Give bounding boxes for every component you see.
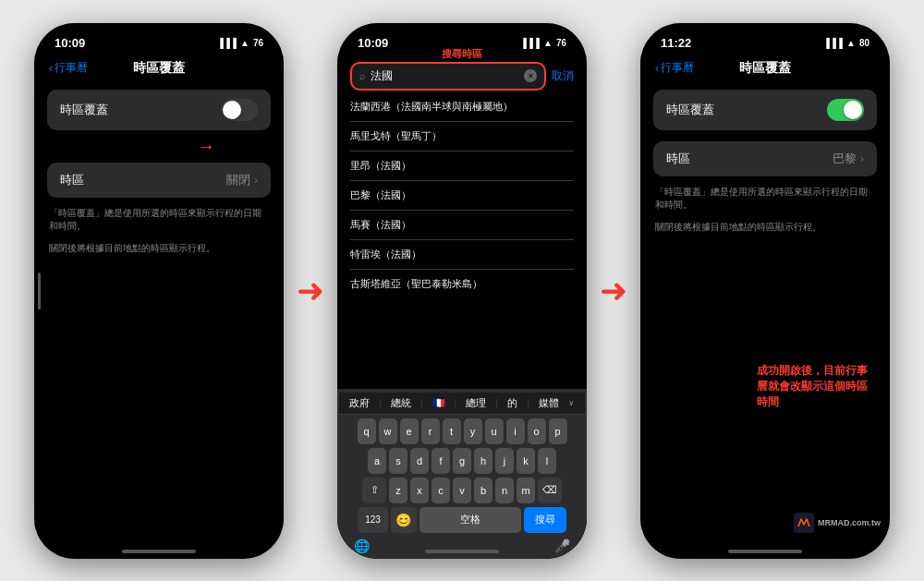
key-b[interactable]: b bbox=[474, 478, 492, 503]
timezone-override-section-3: 時區覆蓋 bbox=[653, 90, 877, 130]
desc-3-1: 「時區覆蓋」總是使用所選的時區來顯示行程的日期和時間。 bbox=[640, 182, 890, 217]
key-l[interactable]: l bbox=[538, 448, 556, 474]
key-q[interactable]: q bbox=[358, 418, 376, 444]
key-123[interactable]: 123 bbox=[358, 507, 388, 533]
key-z[interactable]: z bbox=[389, 478, 407, 503]
toggle-row-3[interactable]: 時區覆蓋 bbox=[653, 90, 877, 130]
back-chevron-1: ‹ bbox=[49, 62, 53, 75]
back-chevron-3: ‹ bbox=[655, 62, 659, 75]
result-item-2-1[interactable]: 馬里戈特（聖馬丁） bbox=[350, 122, 574, 151]
timezone-override-section-1: 時區覆蓋 bbox=[47, 90, 271, 130]
chevron-icon-1: › bbox=[254, 173, 258, 187]
key-h[interactable]: h bbox=[474, 448, 492, 474]
key-x[interactable]: x bbox=[410, 478, 429, 503]
time-2: 10:09 bbox=[358, 36, 388, 50]
annotation-text-3: 成功開啟後，目前行事曆就會改顯示這個時區時間 bbox=[757, 365, 868, 408]
search-clear-2[interactable]: ✕ bbox=[524, 69, 537, 82]
key-j[interactable]: j bbox=[495, 448, 514, 474]
key-t[interactable]: t bbox=[443, 418, 461, 444]
branding-3: MRMAD.com.tw bbox=[794, 513, 881, 533]
key-g[interactable]: g bbox=[453, 448, 471, 474]
key-shift[interactable]: ⇧ bbox=[362, 478, 386, 503]
toggle-switch-3[interactable] bbox=[827, 99, 864, 121]
battery-icon-2: 76 bbox=[556, 38, 566, 48]
key-w[interactable]: w bbox=[379, 418, 397, 444]
key-d[interactable]: d bbox=[410, 448, 429, 474]
signal-icon-3: ▐▐▐ bbox=[823, 38, 843, 48]
desc-text-3-2: 關閉後將根據目前地點的時區顯示行程。 bbox=[655, 222, 821, 232]
desc-text-1: 「時區覆蓋」總是使用所選的時區來顯示行程的日期和時間。 bbox=[49, 208, 261, 231]
key-space[interactable]: 空格 bbox=[419, 507, 521, 533]
key-row-2: a s d f g h j k l bbox=[339, 448, 585, 474]
suggestion-0[interactable]: 政府 bbox=[349, 396, 370, 410]
key-f[interactable]: f bbox=[432, 448, 450, 474]
brand-logo-svg bbox=[796, 515, 811, 530]
wifi-icon-2: ▲ bbox=[543, 38, 553, 48]
toggle-label-1: 時區覆蓋 bbox=[60, 102, 108, 118]
result-item-2-6[interactable]: 古斯塔維亞（聖巴泰勒米島） bbox=[350, 270, 574, 298]
status-icons-1: ▐▐▐ ▲ 76 bbox=[217, 38, 263, 48]
timezone-value-wrapper-3: 巴黎 › bbox=[833, 151, 864, 167]
timezone-section-3: 時區 巴黎 › bbox=[653, 141, 877, 176]
nav-title-3: 時區覆蓋 bbox=[739, 60, 791, 77]
key-search-btn[interactable]: 搜尋 bbox=[524, 507, 566, 533]
nav-back-3[interactable]: ‹ 行事曆 bbox=[655, 60, 694, 76]
key-a[interactable]: a bbox=[368, 448, 386, 474]
search-label-annotation: 搜尋時區 bbox=[442, 47, 482, 61]
key-globe[interactable]: 🌐 bbox=[354, 539, 370, 553]
key-delete[interactable]: ⌫ bbox=[538, 478, 562, 503]
toggle-switch-1[interactable] bbox=[221, 99, 258, 121]
key-k[interactable]: k bbox=[517, 448, 535, 474]
key-p[interactable]: p bbox=[549, 418, 567, 444]
key-r[interactable]: r bbox=[421, 418, 440, 444]
nav-back-1[interactable]: ‹ 行事曆 bbox=[49, 60, 88, 76]
signal-icon-1: ▐▐▐ bbox=[217, 38, 237, 48]
suggestion-3[interactable]: 總理 bbox=[466, 396, 486, 410]
timezone-row-1[interactable]: 時區 關閉 › bbox=[47, 163, 271, 198]
key-m[interactable]: m bbox=[517, 478, 535, 503]
desc-1: 「時區覆蓋」總是使用所選的時區來顯示行程的日期和時間。 bbox=[34, 203, 284, 238]
home-indicator-1 bbox=[122, 550, 196, 553]
key-e[interactable]: e bbox=[400, 418, 419, 444]
phone-1-screen: 10:09 ▐▐▐ ▲ 76 ‹ 行事曆 時區覆蓋 時區覆蓋 bbox=[34, 23, 284, 559]
toggle-knob-3 bbox=[844, 101, 862, 119]
search-input-box-2[interactable]: ⌕ 法國 ✕ bbox=[350, 62, 546, 91]
arrow-icon-1-2: ➜ bbox=[297, 272, 324, 310]
brand-logo-3 bbox=[794, 513, 814, 533]
toggle-knob-1 bbox=[223, 101, 241, 119]
suggestion-4[interactable]: 的 bbox=[507, 396, 517, 410]
arrow-icon-2-3: ➜ bbox=[600, 272, 627, 310]
result-item-2-4[interactable]: 馬賽（法國） bbox=[350, 211, 574, 240]
brand-text-3: MRMAD.com.tw bbox=[818, 518, 881, 527]
desc-text-2: 關閉後將根據目前地點的時區顯示行程。 bbox=[49, 243, 215, 253]
keyboard-suggestions-2: 政府 | 總統 | 🇫🇷 | 總理 | 的 | 媒體 ∨ bbox=[339, 393, 585, 415]
key-row-4: 123 😊 空格 搜尋 bbox=[339, 507, 585, 533]
key-v[interactable]: v bbox=[453, 478, 471, 503]
key-o[interactable]: o bbox=[528, 418, 546, 444]
cancel-btn-2[interactable]: 取消 bbox=[552, 68, 574, 84]
result-item-2-5[interactable]: 特雷埃（法國） bbox=[350, 240, 574, 270]
suggestion-2[interactable]: 🇫🇷 bbox=[432, 397, 445, 409]
suggestion-5[interactable]: 媒體 bbox=[539, 396, 559, 410]
key-y[interactable]: y bbox=[464, 418, 482, 444]
timezone-row-3[interactable]: 時區 巴黎 › bbox=[653, 141, 877, 176]
result-item-2-0[interactable]: 法蘭西港（法國南半球與南極屬地） bbox=[350, 92, 574, 122]
result-item-2-2[interactable]: 里昂（法國） bbox=[350, 151, 574, 181]
timezone-value-wrapper-1: 關閉 › bbox=[226, 172, 258, 188]
suggestion-1[interactable]: 總統 bbox=[391, 396, 411, 410]
key-emoji[interactable]: 😊 bbox=[391, 507, 417, 533]
key-c[interactable]: c bbox=[432, 478, 450, 503]
key-s[interactable]: s bbox=[389, 448, 407, 474]
key-n[interactable]: n bbox=[495, 478, 514, 503]
result-item-2-3[interactable]: 巴黎（法國） bbox=[350, 181, 574, 211]
search-icon-2: ⌕ bbox=[359, 70, 366, 81]
key-mic[interactable]: 🎤 bbox=[554, 539, 570, 553]
key-row-1: q w e r t y u i o p bbox=[339, 418, 585, 444]
status-icons-3: ▐▐▐ ▲ 80 bbox=[823, 38, 869, 48]
key-u[interactable]: u bbox=[485, 418, 504, 444]
toggle-row-1[interactable]: 時區覆蓋 bbox=[47, 90, 271, 130]
wifi-icon-1: ▲ bbox=[240, 38, 249, 48]
key-i[interactable]: i bbox=[506, 418, 525, 444]
expand-icon[interactable]: ∨ bbox=[568, 398, 575, 407]
arrow-2-3: ➜ bbox=[600, 272, 627, 310]
